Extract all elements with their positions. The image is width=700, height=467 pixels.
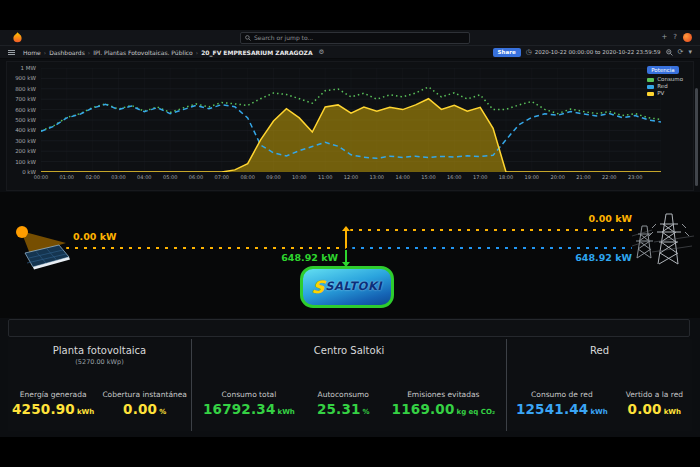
breadcrumb-separator: › <box>88 49 90 56</box>
page-scrollbar[interactable] <box>695 88 698 186</box>
breadcrumb: Home › Dashboards › IPl. Plantas Fotovol… <box>23 48 324 56</box>
x-tick-label: 07:00 <box>215 174 229 180</box>
time-range-picker[interactable]: ◷ 2020-10-22 00:00:00 to 2020-10-22 23:5… <box>526 48 661 56</box>
stats-panel-2: RedConsumo de red12541.44kWhVertido a la… <box>506 339 692 431</box>
export-arrow <box>345 231 347 248</box>
stats-panel-title: Centro Saltoki <box>192 345 506 356</box>
stats-panel-subtitle: (5270.00 kWp) <box>8 358 191 366</box>
breadcrumb-folder[interactable]: IPl. Plantas Fotovoltaicas. Público <box>93 49 193 56</box>
x-tick-label: 05:00 <box>163 174 177 180</box>
stats-panel-0: Planta fotovoltaica(5270.00 kWp)Energía … <box>8 339 191 431</box>
share-button[interactable]: Share <box>493 48 521 57</box>
x-tick-label: 19:00 <box>525 174 539 180</box>
x-tick-label: 18:00 <box>499 174 513 180</box>
x-tick-label: 10:00 <box>292 174 306 180</box>
user-avatar[interactable] <box>683 33 692 42</box>
stats-panel-title: Red <box>507 345 692 356</box>
legend-item-red[interactable]: Red <box>647 83 683 90</box>
stat-unit: kWh <box>77 408 94 416</box>
x-tick-label: 04:00 <box>137 174 151 180</box>
clock-icon: ◷ <box>526 48 532 56</box>
x-tick-label: 23:00 <box>628 174 642 180</box>
top-nav-bar: Search or jump to... + ? <box>0 30 700 46</box>
legend-title[interactable]: Potencia <box>647 66 678 74</box>
refresh-icon[interactable]: ⟳ <box>678 48 684 56</box>
x-tick-label: 14:00 <box>395 174 409 180</box>
stat-value: 12541.44 <box>516 401 588 417</box>
x-tick-label: 06:00 <box>189 174 203 180</box>
x-tick-label: 15:00 <box>421 174 435 180</box>
breadcrumb-dashboards[interactable]: Dashboards <box>49 49 85 56</box>
chart-plot[interactable] <box>41 68 661 172</box>
y-tick-label: 600 kW <box>7 107 36 113</box>
x-tick-label: 01:00 <box>60 174 74 180</box>
y-tick-label: 0 kW <box>7 169 36 175</box>
y-tick-label: 900 kW <box>7 75 36 81</box>
x-tick-label: 17:00 <box>473 174 487 180</box>
y-tick-label: 300 kW <box>7 138 36 144</box>
consumption-arrow <box>345 250 347 262</box>
stat-autoconsumo: Autoconsumo25.31% <box>317 390 370 417</box>
y-tick-label: 100 kW <box>7 159 36 165</box>
stat-value-row: 16792.34kWh <box>203 401 295 417</box>
zoom-out-icon[interactable] <box>666 49 673 56</box>
stat-label: Consumo de red <box>531 390 593 399</box>
x-tick-label: 20:00 <box>550 174 564 180</box>
spacer-panel <box>8 319 690 337</box>
x-tick-label: 16:00 <box>447 174 461 180</box>
refresh-interval-caret-icon[interactable]: ▾ <box>688 48 692 56</box>
y-tick-label: 1 MW <box>7 65 36 71</box>
chart-legend-items: ConsumoRedPV <box>647 76 683 97</box>
consumption-label: 648.92 kW <box>238 252 338 263</box>
grid-import-label: 648.92 kW <box>540 252 632 263</box>
stat-unit: kWh <box>277 408 294 416</box>
x-tick-label: 12:00 <box>344 174 358 180</box>
new-item-icon[interactable]: + <box>661 32 667 43</box>
stat-unit: % <box>159 408 166 416</box>
top-nav-actions: + ? <box>661 32 692 43</box>
breadcrumb-home[interactable]: Home <box>23 49 41 56</box>
stat-value: 25.31 <box>317 401 361 417</box>
power-chart-panel[interactable]: 1 MW900 kW800 kW700 kW600 kW500 kW400 kW… <box>6 61 694 191</box>
y-tick-label: 200 kW <box>7 148 36 154</box>
stat-value: 4250.90 <box>12 401 75 417</box>
stat-value-row: 25.31% <box>317 401 370 417</box>
stat-value-row: 1169.00kg eq CO₂ <box>392 401 495 417</box>
transmission-towers-icon <box>632 206 698 272</box>
pv-output-label: 0.00 kW <box>73 231 117 242</box>
stat-energ-a-generada: Energía generada4250.90kWh <box>12 390 94 417</box>
stats-row: Planta fotovoltaica(5270.00 kWp)Energía … <box>8 339 692 431</box>
breadcrumb-bar: Home › Dashboards › IPl. Plantas Fotovol… <box>0 46 700 59</box>
grafana-logo-icon[interactable] <box>12 32 23 43</box>
stat-value: 0.00 <box>123 401 157 417</box>
stat-items: Energía generada4250.90kWhCobertura inst… <box>8 390 191 417</box>
stat-label: Emisiones evitadas <box>407 390 479 399</box>
time-toolbar: Share ◷ 2020-10-22 00:00:00 to 2020-10-2… <box>493 48 692 57</box>
legend-item-consumo[interactable]: Consumo <box>647 76 683 83</box>
stat-emisiones-evitadas: Emisiones evitadas1169.00kg eq CO₂ <box>392 390 495 417</box>
stat-unit: kWh <box>590 408 607 416</box>
x-tick-label: 09:00 <box>266 174 280 180</box>
stat-items: Consumo total16792.34kWhAutoconsumo25.31… <box>192 390 506 417</box>
grafana-dashboard: Search or jump to... + ? Home › Dashboar… <box>0 30 700 437</box>
search-input[interactable]: Search or jump to... <box>240 32 470 44</box>
stat-items: Consumo de red12541.44kWhVertido a la re… <box>507 390 692 417</box>
search-icon <box>245 35 251 41</box>
screen: Search or jump to... + ? Home › Dashboar… <box>0 0 700 467</box>
help-icon[interactable]: ? <box>673 32 677 43</box>
legend-item-pv[interactable]: PV <box>647 90 683 97</box>
stat-consumo-de-red: Consumo de red12541.44kWh <box>516 390 608 417</box>
stat-value: 16792.34 <box>203 401 275 417</box>
saltoki-s-icon: S <box>311 279 326 296</box>
export-flow-line <box>350 229 632 231</box>
export-label: 0.00 kW <box>540 213 632 224</box>
energy-flow-diagram: 0.00 kW 0.00 kW 648.92 kW 648.92 kW S SA… <box>0 192 700 318</box>
y-tick-label: 400 kW <box>7 127 36 133</box>
y-tick-label: 500 kW <box>7 117 36 123</box>
breadcrumb-dashboard-title[interactable]: 20_FV EMPRESARIUM ZARAGOZA <box>201 49 312 56</box>
stat-unit: % <box>363 408 370 416</box>
menu-icon[interactable] <box>8 50 15 55</box>
stat-value-row: 0.00kWh <box>628 401 681 417</box>
dashboard-settings-gear-icon[interactable]: ⚙ <box>319 48 325 56</box>
stat-value: 0.00 <box>628 401 662 417</box>
